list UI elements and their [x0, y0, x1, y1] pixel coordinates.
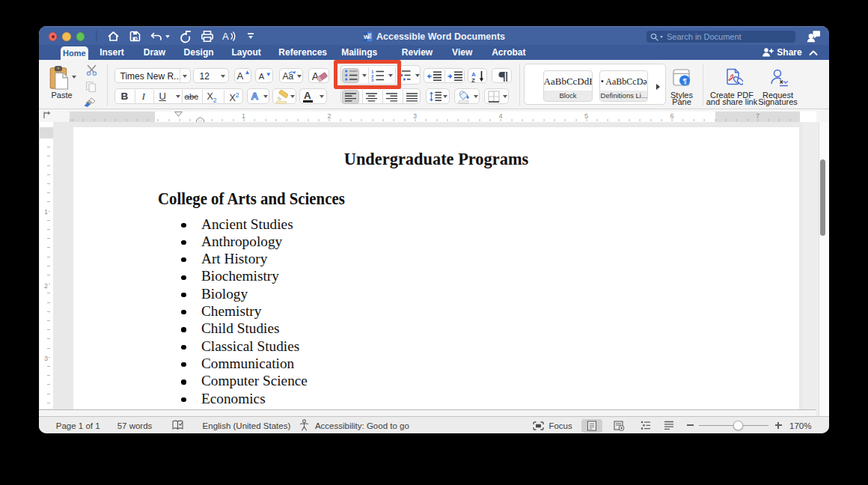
svg-text:Z: Z [471, 77, 475, 83]
svg-text:A: A [222, 31, 229, 42]
svg-text:¶: ¶ [682, 76, 686, 85]
